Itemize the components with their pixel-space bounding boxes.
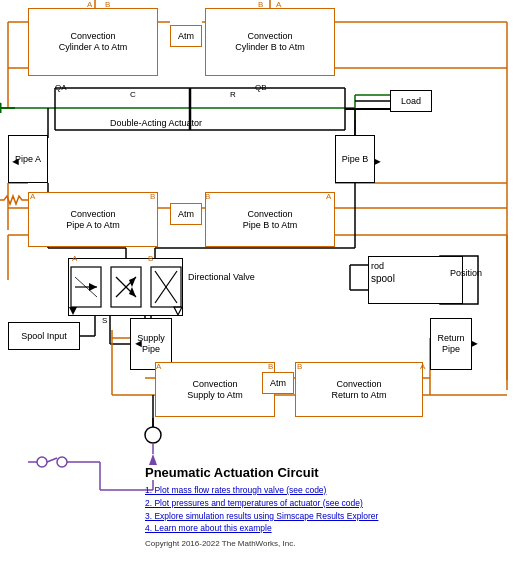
spool-input-label: Spool Input (21, 331, 67, 342)
return-label-a: A (420, 362, 425, 371)
atm-pipes-label: Atm (178, 209, 194, 220)
conv-cyl-b-box: Convection Cylinder B to Atm (205, 8, 335, 76)
r-label: R (230, 90, 236, 99)
return-arrow: ► (469, 337, 480, 349)
atm-pipes-box: Atm (170, 203, 202, 225)
svg-marker-63 (149, 454, 157, 465)
dir-valve-svg (69, 259, 182, 315)
dir-valve-box (68, 258, 183, 316)
conv-return-box: Convection Return to Atm (295, 362, 423, 417)
position-label: Position (450, 268, 482, 278)
label-b-top-right: B (258, 0, 263, 9)
svg-point-51 (145, 427, 161, 443)
svg-marker-95 (69, 307, 77, 315)
svg-marker-96 (174, 307, 182, 315)
atm-bottom-label: Atm (270, 378, 286, 389)
label-b-top-left: B (105, 0, 110, 9)
return-pipe-label: Return Pipe (437, 333, 464, 355)
supply-label-b: B (268, 362, 273, 371)
c-label: C (130, 90, 136, 99)
valve-label-a: A (72, 254, 77, 263)
label-a-top-right: A (276, 0, 281, 9)
text-item-4[interactable]: 4. Learn more about this example (145, 522, 505, 535)
svg-point-55 (37, 457, 47, 467)
pipe-a-arrow: ◄ (10, 155, 21, 167)
spool-input-box: Spool Input (8, 322, 80, 350)
conv-pipe-a-box: Convection Pipe A to Atm (28, 192, 158, 247)
svg-line-57 (47, 458, 57, 462)
conv-pipe-b-label: Convection Pipe B to Atm (243, 209, 298, 231)
dir-valve-label: Directional Valve (188, 272, 255, 284)
text-item-1[interactable]: 1. Plot mass flow rates through valve (s… (145, 484, 505, 497)
pipe-b-label: Pipe B (342, 154, 369, 165)
diagram-container: Convection Cylinder A to Atm Convection … (0, 0, 515, 577)
return-label-b: B (297, 362, 302, 371)
supply-arrow: ◄ (133, 337, 144, 349)
conv-pipe-a-label: Convection Pipe A to Atm (66, 209, 120, 231)
svg-point-56 (57, 457, 67, 467)
pipe-b-label-a: A (326, 192, 331, 201)
conv-supply-label: Convection Supply to Atm (187, 379, 243, 401)
label-a-top-left: A (87, 0, 92, 9)
spool-label: spool (371, 273, 407, 284)
copyright-text: Copyright 2016-2022 The MathWorks, Inc. (145, 539, 505, 548)
supply-label-a: A (156, 362, 161, 371)
qb-label: QB (255, 83, 267, 92)
pipe-b-arrow: ► (372, 155, 383, 167)
text-item-2[interactable]: 2. Plot pressures and temperatures of ac… (145, 497, 505, 510)
conv-cyl-a-box: Convection Cylinder A to Atm (28, 8, 158, 76)
pipe-b-box: Pipe B (335, 135, 375, 183)
conv-return-label: Convection Return to Atm (331, 379, 386, 401)
load-box: Load (390, 90, 432, 112)
atm-top-label: Atm (178, 31, 194, 42)
pipe-b-label-b: B (205, 192, 210, 201)
pipe-a-label-b: B (150, 192, 155, 201)
text-item-3[interactable]: 3. Explore simulation results using Sims… (145, 510, 505, 523)
conv-supply-box: Convection Supply to Atm (155, 362, 275, 417)
atm-top-box: Atm (170, 25, 202, 47)
text-block: Pneumatic Actuation Circuit 1. Plot mass… (145, 465, 505, 548)
actuator-label: Double-Acting Actuator (110, 118, 202, 128)
valve-label-s: S (102, 316, 107, 325)
conv-cyl-b-label: Convection Cylinder B to Atm (235, 31, 305, 53)
atm-bottom-box: Atm (262, 372, 294, 394)
valve-label-b: B (148, 254, 153, 263)
load-label: Load (401, 96, 421, 107)
rod-spool-container: rod spool (368, 256, 463, 304)
qa-label: QA (55, 83, 67, 92)
conv-cyl-a-label: Convection Cylinder A to Atm (59, 31, 128, 53)
rod-label: rod (371, 261, 407, 271)
pipe-a-label-a: A (30, 192, 35, 201)
spool-row: spool (371, 273, 460, 284)
return-pipe-box: Return Pipe (430, 318, 472, 370)
circuit-title: Pneumatic Actuation Circuit (145, 465, 505, 480)
rod-row: rod (371, 261, 460, 271)
conv-pipe-b-box: Convection Pipe B to Atm (205, 192, 335, 247)
